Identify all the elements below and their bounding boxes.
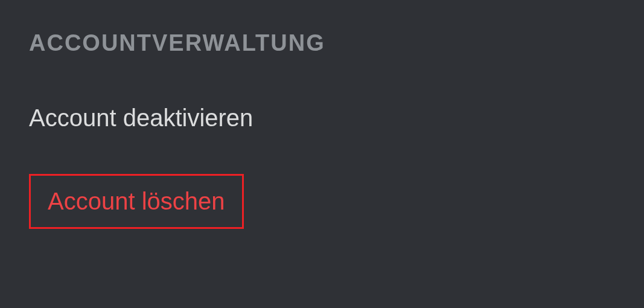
deactivate-account-button[interactable]: Account deaktivieren [29,104,253,132]
delete-account-button[interactable]: Account löschen [29,174,244,229]
section-heading: ACCOUNTVERWALTUNG [29,30,615,56]
